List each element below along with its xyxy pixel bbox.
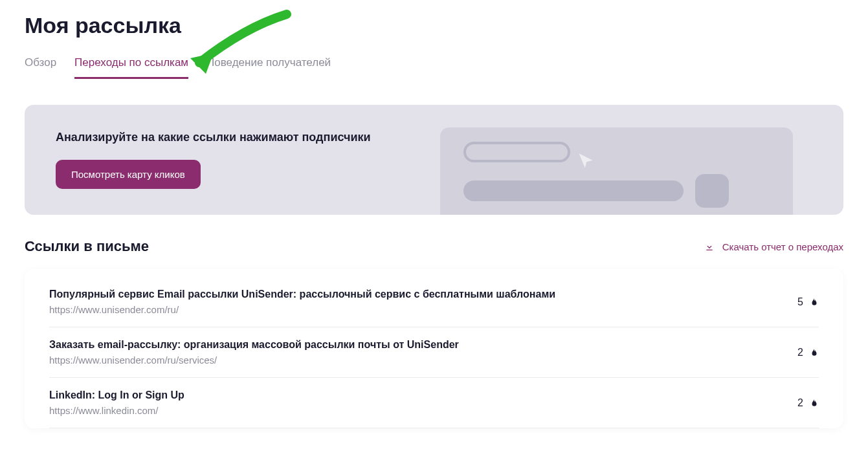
links-section-title: Ссылки в письме xyxy=(25,238,149,255)
link-count: 2 xyxy=(797,397,819,409)
download-report-label: Скачать отчет о переходах xyxy=(722,241,843,252)
tab-link-clicks[interactable]: Переходы по ссылкам xyxy=(74,56,188,79)
download-icon xyxy=(704,241,715,252)
click-map-banner: Анализируйте на какие ссылки нажимают по… xyxy=(25,105,843,215)
links-list: Популярный сервис Email рассылки UniSend… xyxy=(25,269,843,428)
banner-title: Анализируйте на какие ссылки нажимают по… xyxy=(56,131,371,144)
link-count-value: 5 xyxy=(797,296,803,308)
illustration-pill xyxy=(463,142,570,162)
link-count: 2 xyxy=(797,347,819,358)
view-click-map-button[interactable]: Посмотреть карту кликов xyxy=(56,160,201,189)
link-title: Заказать email-рассылку: организация мас… xyxy=(49,339,459,351)
tabs-container: Обзор Переходы по ссылкам Поведение полу… xyxy=(25,56,843,79)
download-report-link[interactable]: Скачать отчет о переходах xyxy=(704,241,843,252)
link-title: Популярный сервис Email рассылки UniSend… xyxy=(49,289,555,300)
link-info: LinkedIn: Log In or Sign Up https://www.… xyxy=(49,389,184,416)
link-count: 5 xyxy=(797,296,819,308)
tab-recipient-behavior[interactable]: Поведение получателей xyxy=(206,56,331,79)
flame-icon xyxy=(810,398,819,408)
link-url: https://www.unisender.com/ru/ xyxy=(49,304,555,315)
illustration-square xyxy=(695,174,729,208)
tab-overview[interactable]: Обзор xyxy=(25,56,56,79)
flame-icon xyxy=(810,297,819,307)
link-row[interactable]: Заказать email-рассылку: организация мас… xyxy=(49,327,819,378)
banner-content: Анализируйте на какие ссылки нажимают по… xyxy=(56,131,371,189)
link-row[interactable]: LinkedIn: Log In or Sign Up https://www.… xyxy=(49,378,819,428)
links-section-header: Ссылки в письме Скачать отчет о перехода… xyxy=(25,238,843,255)
link-url: https://www.unisender.com/ru/services/ xyxy=(49,355,459,366)
page-title: Моя рассылка xyxy=(25,13,843,38)
flame-icon xyxy=(810,347,819,358)
link-count-value: 2 xyxy=(797,347,803,358)
banner-illustration xyxy=(440,127,793,215)
link-info: Популярный сервис Email рассылки UniSend… xyxy=(49,289,555,315)
link-row[interactable]: Популярный сервис Email рассылки UniSend… xyxy=(49,289,819,327)
link-title: LinkedIn: Log In or Sign Up xyxy=(49,389,184,401)
link-count-value: 2 xyxy=(797,397,803,409)
link-url: https://www.linkedin.com/ xyxy=(49,405,184,416)
link-info: Заказать email-рассылку: организация мас… xyxy=(49,339,459,366)
illustration-bar xyxy=(463,181,684,201)
